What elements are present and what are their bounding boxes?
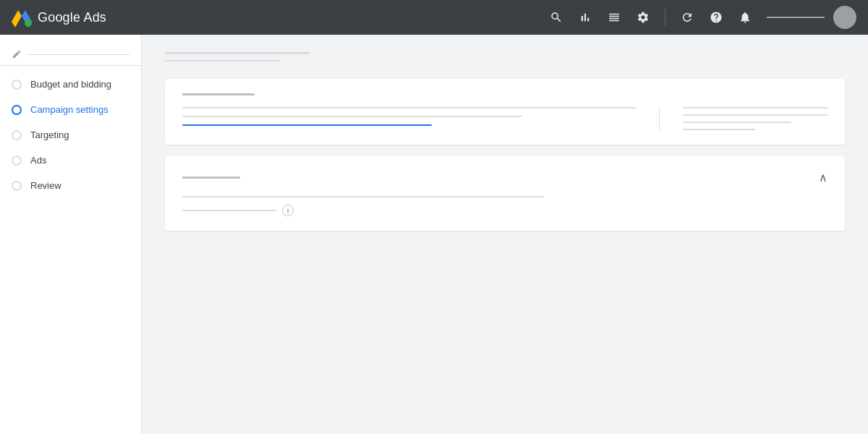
page-subtitle-line xyxy=(165,60,281,61)
sidebar-item-targeting[interactable]: Targeting xyxy=(0,122,141,148)
columns-icon-btn[interactable] xyxy=(601,4,627,30)
columns-icon xyxy=(608,11,621,24)
notification-icon-btn[interactable] xyxy=(732,4,758,30)
card-right-section xyxy=(683,107,827,130)
sidebar-label-review: Review xyxy=(30,180,61,191)
main-layout: Budget and bidding Campaign settings Tar… xyxy=(0,0,868,434)
right-line-1 xyxy=(683,107,827,109)
header-divider xyxy=(665,9,665,26)
sidebar-item-review[interactable]: Review xyxy=(0,173,141,198)
sidebar-search-area xyxy=(0,43,141,66)
sidebar-label-budget: Budget and bidding xyxy=(30,79,111,90)
right-line-2 xyxy=(683,114,827,116)
account-line xyxy=(767,17,825,18)
logo-icon xyxy=(12,7,32,27)
settings-icon-btn[interactable] xyxy=(630,4,656,30)
sidebar-label-targeting: Targeting xyxy=(30,129,69,140)
edit-icon xyxy=(12,49,22,59)
page-title-line xyxy=(165,52,310,54)
additional-settings-card: ∧ i xyxy=(165,156,845,231)
card-content xyxy=(182,107,827,130)
nav-circle-budget xyxy=(12,80,22,90)
sidebar-label-campaign: Campaign settings xyxy=(30,104,109,115)
sidebar: Budget and bidding Campaign settings Tar… xyxy=(0,35,142,434)
bar-chart-icon xyxy=(579,11,592,24)
info-icon[interactable]: i xyxy=(282,205,294,216)
right-line-4 xyxy=(683,129,755,130)
nav-circle-targeting xyxy=(12,130,22,140)
svg-point-2 xyxy=(25,20,32,27)
sidebar-nav: Budget and bidding Campaign settings Tar… xyxy=(0,72,141,198)
sidebar-item-budget[interactable]: Budget and bidding xyxy=(0,72,141,97)
content-line-2 xyxy=(182,116,522,117)
help-icon xyxy=(710,11,723,24)
bar-chart-icon-btn[interactable] xyxy=(572,4,598,30)
content-line-blue[interactable] xyxy=(182,124,432,126)
help-icon-btn[interactable] xyxy=(703,4,729,30)
sidebar-item-ads[interactable]: Ads xyxy=(0,148,141,173)
header-icons xyxy=(543,4,856,30)
avatar[interactable] xyxy=(833,6,856,29)
content-line-1 xyxy=(182,107,636,109)
section-title-line xyxy=(182,176,240,179)
main-content: ∧ i xyxy=(142,35,868,434)
nav-circle-campaign xyxy=(12,105,22,115)
nav-circle-ads xyxy=(12,156,22,166)
logo-text: Google Ads xyxy=(38,10,106,25)
card-title-line xyxy=(182,93,255,95)
nav-circle-review xyxy=(12,181,22,191)
bell-icon xyxy=(739,11,752,24)
section-field-line xyxy=(182,210,276,211)
section-content: i xyxy=(182,196,827,216)
app-header: Google Ads xyxy=(0,0,868,35)
refresh-icon-btn[interactable] xyxy=(674,4,700,30)
right-line-3 xyxy=(683,122,791,123)
search-icon xyxy=(550,11,563,24)
section-line-1 xyxy=(182,196,544,197)
sidebar-search-line xyxy=(27,54,129,55)
field-line-group: i xyxy=(182,205,827,216)
settings-icon xyxy=(637,11,650,24)
sidebar-item-campaign[interactable]: Campaign settings xyxy=(0,97,141,122)
search-icon-btn[interactable] xyxy=(543,4,569,30)
svg-marker-0 xyxy=(12,10,22,27)
sidebar-label-ads: Ads xyxy=(30,155,46,166)
card-left-section xyxy=(182,107,636,130)
logo: Google Ads xyxy=(12,7,106,27)
section-header: ∧ xyxy=(182,171,827,184)
campaign-settings-card xyxy=(165,79,845,145)
card-divider xyxy=(659,107,660,130)
refresh-icon xyxy=(681,11,694,24)
chevron-up-icon[interactable]: ∧ xyxy=(819,171,827,184)
